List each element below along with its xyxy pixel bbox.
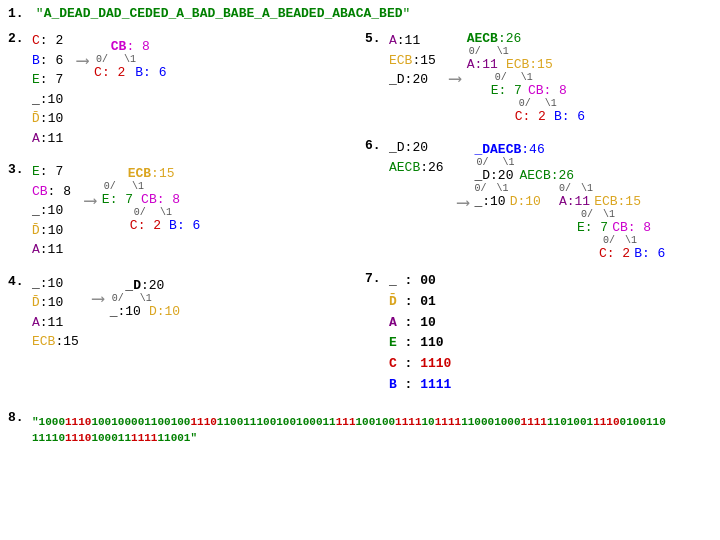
s2-arrow-row: ⟶ CB: 8 0/ \1 C: 2 bbox=[77, 39, 166, 80]
s5-ecb-label: ECB bbox=[389, 53, 412, 68]
s7-e-sep: : bbox=[397, 335, 420, 350]
s7-c-sep: : bbox=[397, 356, 420, 371]
s3-d-val: :10 bbox=[40, 223, 63, 238]
s6-ud-b0: 0/ bbox=[474, 183, 486, 194]
s4-ecb-val: :15 bbox=[55, 334, 78, 349]
s5-leaf-cb: CB: 8 bbox=[528, 83, 567, 98]
s4-arrow: ⟶ bbox=[93, 287, 104, 309]
s6-ecb-leaf-e: E: 7 bbox=[577, 220, 608, 235]
section-2-content: C: 2 B: 6 E: 7 _:10 D̄:10 A:11 ⟶ bbox=[32, 31, 167, 148]
s6-ud-leaf-d: D:10 bbox=[510, 194, 541, 209]
s4-b0: 0/ bbox=[112, 293, 124, 304]
s6-leaf-ud: _D:20 bbox=[474, 168, 513, 183]
s8-binary-text: "100011101001000011001001110110011100100… bbox=[32, 416, 666, 445]
section-4: 4. _:10 D̄:10 A:11 ECB:15 ⟶ bbox=[8, 274, 355, 352]
section-4-inner: _:10 D̄:10 A:11 ECB:15 ⟶ _D:20 bbox=[32, 274, 180, 352]
s2-e-sep: : 7 bbox=[40, 72, 63, 87]
section-3-list: E: 7 CB: 8 _:10 D̄:10 A:11 bbox=[32, 162, 71, 260]
s6-ecb-leaf-cb: CB: 8 bbox=[612, 220, 651, 235]
s2-d-sep: :10 bbox=[40, 111, 63, 126]
s7-b-label: B bbox=[389, 377, 397, 392]
s7-a-label: A bbox=[389, 315, 397, 330]
s5-a-val: :11 bbox=[397, 33, 420, 48]
s2-branch-0: 0/ bbox=[96, 54, 108, 65]
section-3-arrow-tree: ⟶ ECB:15 0/ \1 E: 7 bbox=[85, 162, 200, 233]
s5-sb0: 0/ bbox=[495, 72, 507, 83]
s3-arrow-row: ⟶ ECB:15 0/ \1 E: 7 bbox=[85, 166, 200, 233]
section-2: 2. C: 2 B: 6 E: 7 _:10 D̄:10 A:11 bbox=[8, 31, 355, 148]
s3-e-val: : 7 bbox=[40, 164, 63, 179]
s5-b0: 0/ bbox=[469, 46, 481, 57]
s2-leaf-b: B: 6 bbox=[135, 65, 166, 80]
s3-d-label: D̄ bbox=[32, 223, 40, 238]
section-4-list: _:10 D̄:10 A:11 ECB:15 bbox=[32, 274, 79, 352]
s4-leaves: _:10 D:10 bbox=[110, 304, 180, 319]
s6-ecb-b1: \1 bbox=[603, 209, 615, 220]
section-5-list: A:11 ECB:15 _D:20 bbox=[389, 31, 436, 90]
s6-ud-b1: \1 bbox=[496, 183, 508, 194]
s5-ud-val: _D:20 bbox=[389, 72, 428, 87]
section-5-arrow-tree: ⟶ AECB:26 0/ \1 A:11 bbox=[450, 31, 585, 124]
s2-b-sep: : 6 bbox=[40, 53, 63, 68]
section-3: 3. E: 7 CB: 8 _:10 D̄:10 A:11 ⟶ bbox=[8, 162, 355, 260]
s5-aecb-label: AECB:26 bbox=[467, 31, 522, 46]
s3-leaf-e: E: 7 bbox=[102, 192, 133, 207]
s2-e-label: E bbox=[32, 72, 40, 87]
s2-a-label: A bbox=[32, 131, 40, 146]
s5-tree-top: AECB:26 bbox=[467, 31, 585, 46]
s6-ecb-b0: 0/ bbox=[581, 209, 593, 220]
s5-mid: A:11 ECB:15 bbox=[467, 57, 585, 72]
s2-a-sep: :11 bbox=[40, 131, 63, 146]
section-2-inner: C: 2 B: 6 E: 7 _:10 D̄:10 A:11 ⟶ bbox=[32, 31, 167, 148]
s7-u-val: 00 bbox=[420, 273, 436, 288]
s6-tree: _DAECB:46 0/ \1 _D:20 AECB:26 bbox=[474, 142, 665, 261]
s2-c-label: C bbox=[32, 33, 40, 48]
s5-tree: AECB:26 0/ \1 A:11 ECB:15 bbox=[467, 31, 585, 124]
s6-ud-leaf-u: _:10 bbox=[474, 194, 505, 209]
section-2-list: C: 2 B: 6 E: 7 _:10 D̄:10 A:11 bbox=[32, 31, 63, 148]
section-7: 7. _ : 00 D̄ : 01 A : 10 E : 110 C : 111… bbox=[365, 271, 712, 396]
section-2-number: 2. bbox=[8, 31, 28, 148]
section-8-number: 8. bbox=[8, 410, 28, 447]
section-6-inner: _D:20 AECB:26 ⟶ _DAECB:46 0/ bbox=[389, 138, 665, 261]
s6-ecb-branches: 0/ \1 bbox=[581, 209, 665, 220]
section-6-list: _D:20 AECB:26 bbox=[389, 138, 444, 177]
main-content: 2. C: 2 B: 6 E: 7 _:10 D̄:10 A:11 bbox=[8, 31, 712, 402]
s7-a-val: 10 bbox=[420, 315, 436, 330]
s6-leaf-aecb: AECB:26 bbox=[519, 168, 574, 183]
s6-branches: 0/ \1 bbox=[476, 157, 665, 168]
title-text: "A_DEAD_DAD_CEDED_A_BAD_BABE_A_BEADED_AB… bbox=[28, 6, 410, 21]
s7-e-label: E bbox=[389, 335, 397, 350]
s4-branches: 0/ \1 bbox=[112, 293, 180, 304]
s3-tree: ECB:15 0/ \1 E: 7 CB: 8 bbox=[102, 166, 200, 233]
s3-leaf-c: C: 2 bbox=[130, 218, 161, 233]
s4-d-label: D̄ bbox=[32, 295, 40, 310]
s6-ud-val: _D:20 bbox=[389, 140, 428, 155]
section-6: 6. _D:20 AECB:26 ⟶ _DAECB:46 bbox=[365, 138, 712, 261]
s3-tree-top: ECB:15 bbox=[102, 166, 200, 181]
s3-cb-val: : 8 bbox=[48, 184, 71, 199]
s6-b0: 0/ bbox=[476, 157, 488, 168]
s5-arrow-row: ⟶ AECB:26 0/ \1 A:11 bbox=[450, 31, 585, 124]
s4-tree-top: _D:20 bbox=[110, 278, 180, 293]
s5-arrow: ⟶ bbox=[450, 67, 461, 89]
s6-cb-branches: 0/ \1 bbox=[603, 235, 665, 246]
s5-sub-branches: 0/ \1 bbox=[495, 72, 585, 83]
s4-a-val: :11 bbox=[40, 315, 63, 330]
s5-sb2-1: \1 bbox=[545, 98, 557, 109]
s6-ud-leaves: _:10 D:10 bbox=[474, 194, 540, 209]
s5-a-label: A bbox=[389, 33, 397, 48]
s6-cb-leaves: C: 2 B: 6 bbox=[599, 246, 665, 261]
s3-a-label: A bbox=[32, 242, 40, 257]
s4-a-label: A bbox=[32, 315, 40, 330]
s6-ud-subtree: 0/ \1 _:10 D:10 bbox=[474, 183, 540, 261]
title-number: 1. bbox=[8, 6, 28, 21]
s7-c-label: C bbox=[389, 356, 397, 371]
s5-sub2-branches: 0/ \1 bbox=[519, 98, 585, 109]
s6-tree-top: _DAECB:46 bbox=[474, 142, 665, 157]
s3-ecb-label: ECB:15 bbox=[128, 166, 175, 181]
s6-arrow: ⟶ bbox=[458, 191, 469, 213]
s3-branches: 0/ \1 bbox=[104, 181, 200, 192]
s5-sub-mid: E: 7 CB: 8 bbox=[491, 83, 585, 98]
s4-u-val: _:10 bbox=[32, 276, 63, 291]
